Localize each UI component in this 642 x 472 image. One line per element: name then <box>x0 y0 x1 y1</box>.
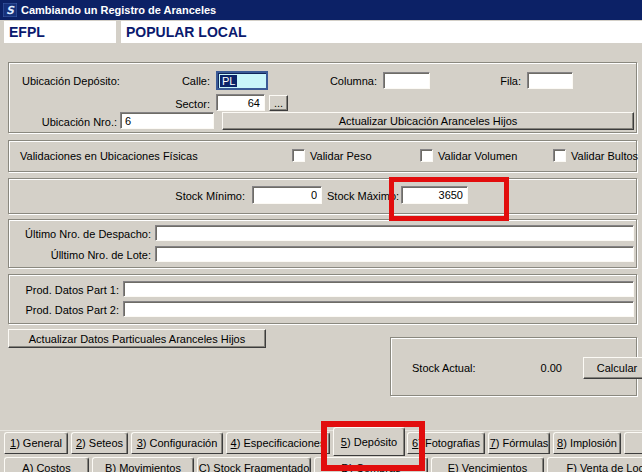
tab-label: ) Stock Fragmentado <box>207 462 310 472</box>
tab-label: ) Especificaciones <box>237 437 326 449</box>
validar-peso-checkbox[interactable] <box>292 149 305 162</box>
tab-d-compras[interactable]: D) Compras <box>314 457 428 472</box>
ultimo-despacho-label: Último Nro. de Despacho: <box>11 228 151 241</box>
ultimo-lote-input[interactable] <box>155 246 634 262</box>
validar-bultos-checkbox[interactable] <box>553 149 566 162</box>
tab-label: ) Vencimientos <box>455 462 527 472</box>
svg-text:S: S <box>6 4 15 17</box>
tab-label: ) Seteos <box>82 437 123 449</box>
calle-input[interactable]: PL <box>216 71 268 90</box>
sector-label: Sector: <box>150 98 210 111</box>
tab-label: ) Depósito <box>347 436 397 448</box>
stock-minimo-input[interactable] <box>252 186 322 204</box>
tab-label: ) General <box>16 437 62 449</box>
prod-part1-input[interactable] <box>123 281 634 297</box>
ultimo-lote-label: Úlltimo Nro. de Lote: <box>11 249 151 262</box>
calle-selected-text: PL <box>220 75 237 87</box>
ubicacion-title: Ubicación Depósito: <box>22 75 120 88</box>
stock-minimo-label: Stock Mínimo: <box>165 190 245 203</box>
prod-part1-label: Prod. Datos Part 1: <box>19 284 119 297</box>
validar-bultos-label: Validar Bultos <box>571 150 638 163</box>
actualizar-ubicacion-button[interactable]: Actualizar Ubicación Aranceles Hijos <box>222 112 634 130</box>
sector-browse-button[interactable]: ... <box>269 95 288 111</box>
prod-part2-label: Prod. Datos Part 2: <box>19 304 119 317</box>
tab-accel: F <box>566 462 573 472</box>
prod-part2-input[interactable] <box>123 301 634 317</box>
tab-6-fotografias[interactable]: 6) Fotografias <box>407 432 485 454</box>
title-bar: S Cambiando un Registro de Aranceles <box>0 0 642 20</box>
validar-peso-label: Validar Peso <box>310 150 372 163</box>
validaciones-title: Validaciones en Ubicaciones Físicas <box>20 150 198 163</box>
tab-label: ) Configuración <box>143 437 218 449</box>
tab-a-costos[interactable]: A) Costos <box>4 457 89 472</box>
tab-accel: C <box>199 462 207 472</box>
ubicacion-nro-label: Ubicación Nro.: <box>27 116 117 129</box>
tab-3-configuracion[interactable]: 3) Configuración <box>131 432 223 454</box>
stock-groupbox <box>8 178 637 214</box>
stock-actual-label: Stock Actual: <box>412 362 476 375</box>
app-icon: S <box>3 3 17 17</box>
calle-label: Calle: <box>150 75 210 88</box>
tab-label: ) Implosión <box>563 437 617 449</box>
actualizar-datos-button[interactable]: Actualizar Datos Particuales Aranceles H… <box>8 329 266 348</box>
tabstrip-edge <box>0 430 642 431</box>
dialog-window: S Cambiando un Registro de Aranceles EFP… <box>0 0 642 472</box>
tab-5-deposito[interactable]: 5) Depósito <box>333 427 405 456</box>
tab-accel: E <box>448 462 455 472</box>
columna-label: Columna: <box>317 75 377 88</box>
tab-e-vencimientos[interactable]: E) Vencimientos <box>431 457 544 472</box>
validar-volumen-label: Validar Volumen <box>438 150 517 163</box>
window-title: Cambiando un Registro de Aranceles <box>21 4 216 16</box>
tab-label: ) Fotografias <box>418 437 480 449</box>
tab-9-pr[interactable]: 9) Pr <box>624 432 642 454</box>
tab-f-venta-de-localidade[interactable]: F) Venta de Localidade <box>547 457 642 472</box>
validar-volumen-checkbox[interactable] <box>420 149 433 162</box>
tab-accel: A <box>22 462 29 472</box>
ultimo-despacho-input[interactable] <box>155 225 634 241</box>
tab-accel: D <box>341 462 349 472</box>
ubicacion-nro-input[interactable] <box>120 112 214 129</box>
stock-maximo-input[interactable] <box>401 186 468 204</box>
calcular-button[interactable]: Calcular <box>583 357 642 379</box>
fila-input[interactable] <box>527 72 573 89</box>
tab-accel: B <box>105 462 112 472</box>
tab-7-formulas[interactable]: 7) Fórmulas <box>488 432 550 454</box>
tab-label: ) Fórmulas <box>496 437 549 449</box>
tab-8-implosion[interactable]: 8) Implosión <box>553 432 621 454</box>
tab-label: ) Costos <box>30 462 71 472</box>
code-field[interactable]: EFPL <box>4 21 116 43</box>
tab-2-seteos[interactable]: 2) Seteos <box>71 432 128 454</box>
tab-label: ) Venta de Localidade <box>573 462 642 472</box>
fila-label: Fila: <box>481 75 521 88</box>
tab-label: ) Compras <box>349 462 400 472</box>
tab-c-stock-fragmentado[interactable]: C) Stock Fragmentado <box>197 457 311 472</box>
stock-maximo-label: Stock Máximo: <box>327 190 397 203</box>
name-field: POPULAR LOCAL <box>121 21 642 43</box>
columna-input[interactable] <box>383 72 430 89</box>
tab-1-general[interactable]: 1) General <box>4 432 68 454</box>
tab-4-especificaciones[interactable]: 4) Especificaciones <box>226 432 330 454</box>
tab-b-movimientos[interactable]: B) Movimientos <box>92 457 194 472</box>
sector-input[interactable] <box>216 94 265 111</box>
tab-label: ) Movimientos <box>112 462 180 472</box>
stock-actual-value: 0.00 <box>500 362 562 374</box>
